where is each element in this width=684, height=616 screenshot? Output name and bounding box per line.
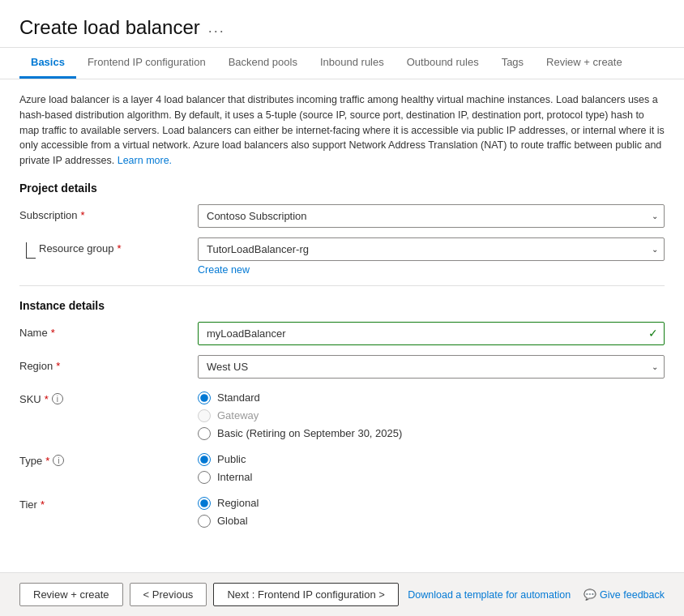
project-details-section: Project details Subscription * Contoso S…: [19, 182, 665, 276]
nav-tabs: Basics Frontend IP configuration Backend…: [0, 48, 684, 79]
type-internal-label: Internal: [217, 471, 252, 483]
sku-group: SKU * i Standard Gateway: [19, 388, 665, 440]
subscription-select[interactable]: Contoso Subscription: [198, 204, 665, 228]
sku-standard-option[interactable]: Standard: [198, 391, 665, 404]
region-required: *: [56, 360, 60, 372]
instance-details-section: Instance details Name * myLoadBalancer ✓: [19, 299, 665, 528]
create-new-link[interactable]: Create new: [198, 264, 250, 276]
footer: Review + create < Previous Next : Fronte…: [0, 572, 684, 616]
tab-backend-pools[interactable]: Backend pools: [217, 48, 309, 79]
name-group: Name * myLoadBalancer ✓: [19, 322, 665, 345]
resource-group-select[interactable]: TutorLoadBalancer-rg: [198, 237, 665, 261]
tier-required: *: [41, 498, 45, 511]
region-label: Region *: [19, 355, 198, 372]
sku-info-icon[interactable]: i: [52, 393, 63, 404]
type-label: Type * i: [19, 450, 198, 467]
page-title: Create load balancer: [19, 16, 200, 39]
sku-required: *: [45, 393, 49, 405]
name-required: *: [51, 327, 55, 339]
footer-links: Download a template for automation 💬 Giv…: [408, 588, 665, 601]
sku-standard-label: Standard: [217, 391, 260, 404]
tab-basics[interactable]: Basics: [19, 48, 76, 79]
type-public-label: Public: [217, 453, 246, 465]
description-text: Azure load balancer is a layer 4 load ba…: [19, 92, 665, 169]
tier-regional-option[interactable]: Regional: [198, 497, 665, 510]
type-group: Type * i Public Internal: [19, 450, 665, 484]
region-select[interactable]: West US: [198, 355, 665, 379]
tier-regional-radio[interactable]: [198, 497, 211, 510]
previous-button[interactable]: < Previous: [130, 583, 207, 606]
type-public-radio[interactable]: [198, 453, 211, 466]
subscription-required: *: [81, 209, 85, 221]
tab-inbound-rules[interactable]: Inbound rules: [309, 48, 395, 79]
give-feedback-link[interactable]: 💬 Give feedback: [584, 588, 665, 601]
region-select-wrapper: West US ⌄: [198, 355, 665, 379]
tier-control: Regional Global: [198, 494, 665, 528]
tier-global-option[interactable]: Global: [198, 515, 665, 528]
type-internal-radio[interactable]: [198, 471, 211, 484]
sku-label: SKU * i: [19, 388, 198, 405]
sku-gateway-label: Gateway: [217, 409, 259, 421]
content-area: Azure load balancer is a layer 4 load ba…: [0, 79, 684, 572]
sku-basic-radio[interactable]: [198, 427, 211, 440]
type-required: *: [45, 455, 49, 467]
subscription-select-wrapper: Contoso Subscription ⌄: [198, 204, 665, 228]
section-divider: [19, 285, 665, 286]
region-control: West US ⌄: [198, 355, 665, 379]
sku-radio-group: Standard Gateway Basic (Retiring on Sept…: [198, 388, 665, 440]
tier-global-label: Global: [217, 515, 248, 527]
header: Create load balancer ...: [0, 0, 684, 48]
name-input[interactable]: myLoadBalancer: [198, 322, 665, 345]
name-label: Name *: [19, 322, 198, 339]
resource-group-indent: [19, 237, 39, 259]
tier-label: Tier *: [19, 494, 198, 511]
tab-tags[interactable]: Tags: [490, 48, 535, 79]
name-select-wrapper: myLoadBalancer ✓: [198, 322, 665, 345]
resource-group-label: Resource group *: [39, 237, 198, 255]
type-internal-option[interactable]: Internal: [198, 471, 665, 484]
tier-regional-label: Regional: [217, 497, 259, 509]
next-button[interactable]: Next : Frontend IP configuration >: [213, 583, 399, 606]
tier-global-radio[interactable]: [198, 515, 211, 528]
page-container: Create load balancer ... Basics Frontend…: [0, 0, 684, 616]
region-group: Region * West US ⌄: [19, 355, 665, 379]
type-public-option[interactable]: Public: [198, 453, 665, 466]
resource-group-select-wrapper: TutorLoadBalancer-rg ⌄: [198, 237, 665, 261]
learn-more-link[interactable]: Learn more.: [118, 155, 172, 166]
download-template-link[interactable]: Download a template for automation: [408, 589, 571, 601]
tier-radio-group: Regional Global: [198, 494, 665, 528]
resource-group-required: *: [118, 242, 122, 255]
tier-group: Tier * Regional Global: [19, 494, 665, 528]
sku-gateway-radio: [198, 409, 211, 422]
type-control: Public Internal: [198, 450, 665, 484]
sku-gateway-option[interactable]: Gateway: [198, 409, 665, 422]
subscription-group: Subscription * Contoso Subscription ⌄: [19, 204, 665, 228]
project-details-title: Project details: [19, 182, 665, 195]
type-radio-group: Public Internal: [198, 450, 665, 484]
resource-group-control: TutorLoadBalancer-rg ⌄ Create new: [198, 237, 665, 276]
subscription-control: Contoso Subscription ⌄: [198, 204, 665, 228]
name-control: myLoadBalancer ✓: [198, 322, 665, 345]
feedback-icon: 💬: [584, 588, 596, 601]
type-info-icon[interactable]: i: [53, 455, 64, 466]
tab-outbound-rules[interactable]: Outbound rules: [395, 48, 490, 79]
resource-group-group: Resource group * TutorLoadBalancer-rg ⌄ …: [19, 237, 665, 276]
sku-basic-option[interactable]: Basic (Retiring on September 30, 2025): [198, 427, 665, 440]
subscription-label: Subscription *: [19, 204, 198, 221]
indent-line: [26, 242, 36, 259]
sku-basic-label: Basic (Retiring on September 30, 2025): [217, 427, 402, 439]
sku-control: Standard Gateway Basic (Retiring on Sept…: [198, 388, 665, 440]
sku-standard-radio[interactable]: [198, 391, 211, 404]
instance-details-title: Instance details: [19, 299, 665, 312]
tab-frontend-ip[interactable]: Frontend IP configuration: [76, 48, 217, 79]
review-create-button[interactable]: Review + create: [19, 583, 123, 606]
tab-review-create[interactable]: Review + create: [535, 48, 634, 79]
header-dots: ...: [208, 19, 225, 36]
